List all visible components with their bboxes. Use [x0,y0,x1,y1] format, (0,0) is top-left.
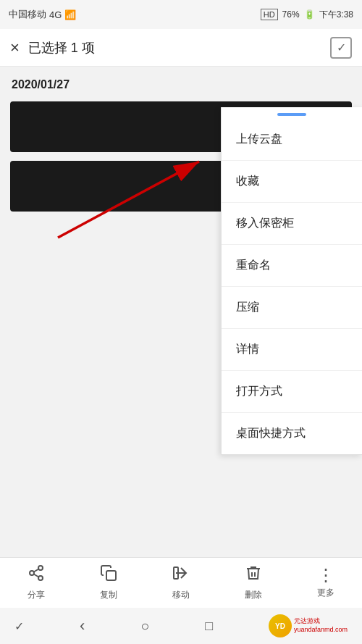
recents-button[interactable]: □ [205,619,213,634]
menu-item-rename[interactable]: 重命名 [222,245,362,287]
back-check-button[interactable]: ✓ [14,619,24,633]
home-button[interactable]: ○ [140,618,149,635]
menu-item-open-with[interactable]: 打开方式 [222,371,362,413]
status-bar: 中国移动 4G 📶 HD 76% 🔋 下午3:38 [0,0,362,29]
nav-more[interactable]: ⋮ 更多 [317,566,334,599]
date-label: 2020/01/27 [10,78,352,91]
back-button[interactable]: ‹ [80,616,85,635]
time-label: 下午3:38 [319,9,353,21]
delete-icon [245,564,262,586]
signal-label: 4G [49,9,62,20]
menu-item-upload[interactable]: 上传云盘 [222,119,362,161]
menu-indicator [277,113,306,116]
carrier-label: 中国移动 [9,8,46,21]
top-bar-left: × 已选择 1 项 [10,38,95,57]
watermark: YD 元达游戏 yuandafanmd.com [269,614,348,637]
hd-badge: HD [261,9,278,20]
menu-item-vault[interactable]: 移入保密柜 [222,203,362,245]
more-label: 更多 [317,587,334,599]
svg-point-4 [38,576,43,580]
wifi-icon: 📶 [64,9,76,20]
copy-label: 复制 [100,589,117,601]
nav-copy[interactable]: 复制 [100,564,117,601]
share-icon [28,564,45,586]
move-icon [172,564,190,586]
watermark-line2: yuandafanmd.com [294,626,348,635]
page-title: 已选择 1 项 [28,39,95,57]
menu-item-compress[interactable]: 压缩 [222,287,362,329]
share-label: 分享 [28,589,45,601]
svg-line-5 [34,574,39,577]
top-bar: × 已选择 1 项 ✓ [0,29,362,67]
svg-point-2 [38,566,43,570]
battery-label: 76% [282,9,300,20]
system-bar: ✓ ‹ ○ □ YD 元达游戏 yuandafanmd.com [0,608,362,644]
watermark-line1: 元达游戏 [294,617,348,626]
svg-rect-7 [106,571,116,580]
menu-item-favorite[interactable]: 收藏 [222,161,362,203]
top-bar-right: ✓ [330,37,352,59]
check-icon: ✓ [337,41,346,54]
svg-point-3 [30,571,34,575]
nav-delete[interactable]: 删除 [245,564,262,601]
close-button[interactable]: × [10,38,20,57]
status-right: HD 76% 🔋 下午3:38 [261,9,353,21]
nav-move[interactable]: 移动 [172,564,190,601]
select-all-button[interactable]: ✓ [330,37,352,59]
nav-share[interactable]: 分享 [28,564,45,601]
svg-line-6 [34,569,39,572]
context-menu: 上传云盘 收藏 移入保密柜 重命名 压缩 详情 打开方式 桌面快捷方式 [221,107,362,455]
menu-item-details[interactable]: 详情 [222,329,362,371]
delete-label: 删除 [245,589,262,601]
battery-icon: 🔋 [304,9,315,20]
menu-item-shortcut[interactable]: 桌面快捷方式 [222,413,362,454]
more-icon: ⋮ [317,566,334,584]
move-label: 移动 [172,589,190,601]
status-left: 中国移动 4G 📶 [9,8,76,21]
bottom-nav: 分享 复制 移动 删除 ⋮ 更多 [0,557,362,608]
copy-icon [100,564,117,586]
